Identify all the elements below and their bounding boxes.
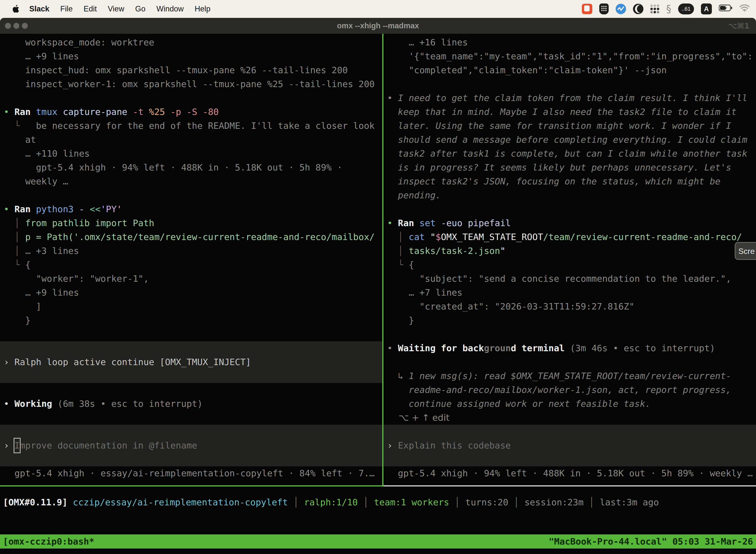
waiting-status-line: • Waiting for background terminal (3m 46… <box>383 341 756 355</box>
terminal-line: inspect_worker-1: omx sparkshell --tmux-… <box>0 77 382 91</box>
ralph-status-band: › Ralph loop active continue [OMX_TMUX_I… <box>0 341 382 383</box>
omx-session-time: session:23m <box>524 497 583 507</box>
ran-set-command-line: • Ran set -euo pipefail <box>383 216 756 230</box>
terminal-line: '{"team_name":"my-team","task_id":"1","f… <box>383 49 756 63</box>
menu-item-view[interactable]: View <box>108 4 124 13</box>
prompt-placeholder: Explain this codebase <box>398 440 511 450</box>
command-output-line: at <box>0 133 382 147</box>
right-prompt-band[interactable]: › Explain this codebase <box>383 425 756 466</box>
tree-corner-glyph: └ <box>4 121 36 131</box>
command-output-line: … +110 lines <box>0 147 382 161</box>
tmux-host-clock: "MacBook-Pro-44.local" 05:03 31-Mar-26 <box>549 535 753 549</box>
thinking-line: later. Using the same for transition mig… <box>383 119 756 133</box>
menu-item-window[interactable]: Window <box>156 4 184 13</box>
left-model-status-line: gpt-5.4 xhigh · essay/ai-reimplementatio… <box>0 466 382 480</box>
working-status-line: • Working (6m 38s • esc to interrupt) <box>0 397 382 411</box>
tmux-status-bar: [omx-cczip0:bash* "MacBook-Pro-44.local"… <box>0 535 756 549</box>
python-code-line: │ … +3 lines <box>0 244 382 258</box>
terminal[interactable]: workspace_mode: worktree … +9 lines insp… <box>0 34 756 554</box>
pane-divider[interactable] <box>382 34 383 485</box>
sync-bolt-icon[interactable] <box>616 4 626 14</box>
shield-grid-icon[interactable] <box>599 3 609 14</box>
command-output-line: "subject": "send a concise recommendatio… <box>383 272 756 286</box>
tree-corner-glyph: └ <box>387 260 409 270</box>
terminal-line: … +9 lines <box>0 49 382 63</box>
command-output-line: └ { <box>383 258 756 272</box>
command-output-line: "worker": "worker-1", <box>0 272 382 286</box>
bullet-icon: • <box>4 204 14 214</box>
bullet-icon: • <box>4 107 14 117</box>
moon-icon[interactable] <box>633 4 643 14</box>
ran-tmux-command-line: • Ran tmux capture-pane -t %25 -p -S -80 <box>0 105 382 119</box>
command-output-line: └ { <box>0 258 382 272</box>
left-prompt-band[interactable]: › Improve documentation in @filename <box>0 425 382 466</box>
menu-item-go[interactable]: Go <box>135 4 145 13</box>
mailbox-message-line: continue assigned work or next feasible … <box>383 397 756 411</box>
command-output-line: ] <box>0 299 382 314</box>
apple-icon[interactable] <box>12 4 19 13</box>
active-pane-border <box>0 485 383 487</box>
window-title-bar[interactable]: omx --xhigh --madmax ⌥⌘1 <box>0 18 756 34</box>
mailbox-message-line: ↳ 1 new msg(s): read $OMX_TEAM_STATE_ROO… <box>383 369 756 383</box>
terminal-line: … +16 lines <box>383 36 756 49</box>
omx-repo: cczip/essay/ai-reimplementation-copyleft <box>67 497 288 507</box>
command-output-line: … +7 lines <box>383 286 756 299</box>
menu-item-help[interactable]: Help <box>195 4 210 13</box>
command-output-line: gpt-5.4 xhigh · 94% left · 488K in · 5.1… <box>0 161 382 174</box>
bullet-icon: • <box>387 218 398 228</box>
menu-item-file[interactable]: File <box>60 4 73 13</box>
wifi-icon[interactable] <box>740 4 750 14</box>
tree-guide-glyph: │ <box>387 246 409 256</box>
command-output-line: └ be necessary for the end of the README… <box>0 119 382 133</box>
tree-guide-glyph: │ <box>4 218 25 228</box>
text-cursor: I <box>14 438 20 453</box>
menu-bar: Slack File Edit View Go Window Help § ..… <box>0 0 756 18</box>
prompt-placeholder: mprove documentation in @filename <box>20 440 197 450</box>
chevron-icon: › <box>4 357 14 367</box>
python-code-line: │ p = Path('.omx/state/team/review-curre… <box>0 230 382 244</box>
mailbox-message-line: readme-and-reco/mailbox/worker-1.json, a… <box>383 383 756 397</box>
edit-shortcut-hint: ⌥ + ↑ edit <box>383 411 756 425</box>
menu-item-edit[interactable]: Edit <box>83 4 97 13</box>
right-model-status-line: gpt-5.4 xhigh · 94% left · 488K in · 5.1… <box>383 466 756 480</box>
command-output-line: weekly … <box>0 174 382 188</box>
omx-last-activity: last:3m ago <box>600 497 659 507</box>
thinking-line: inspect task2's JSON, focusing on the st… <box>383 174 756 188</box>
dots-grid-icon[interactable] <box>650 4 659 13</box>
window-shortcut-hint: ⌥⌘1 <box>728 18 750 34</box>
bullet-icon: • <box>387 93 398 103</box>
screen-share-overlay[interactable]: Scre <box>735 242 756 260</box>
omx-ralph-counter: ralph:1/10 <box>304 497 358 507</box>
cat-command-line: │ cat "$OMX_TEAM_STATE_ROOT/team/review-… <box>383 230 756 244</box>
count-badge-icon[interactable]: ..61 <box>678 3 694 14</box>
squiggle-icon[interactable]: § <box>666 3 671 15</box>
thinking-line: keep that in mind. Maybe I also need the… <box>383 105 756 119</box>
left-prompt-input[interactable]: › Improve documentation in @filename <box>0 439 382 452</box>
battery-icon[interactable] <box>719 4 733 14</box>
right-terminal-pane[interactable]: … +16 lines '{"team_name":"my-team","tas… <box>383 34 756 485</box>
bullet-icon: • <box>4 399 14 409</box>
chat-app-icon[interactable] <box>582 4 592 14</box>
omx-version: [OMX#0.11.9] <box>3 497 67 507</box>
thinking-line: task2 after task1 is complete, but can I… <box>383 147 756 161</box>
window-title: omx --xhigh --madmax <box>0 18 756 34</box>
left-terminal-pane[interactable]: workspace_mode: worktree … +9 lines insp… <box>0 34 382 485</box>
tree-corner-glyph: └ <box>4 260 25 270</box>
prompt-chevron-icon: › <box>4 440 14 450</box>
active-app-menu[interactable]: Slack <box>29 4 49 13</box>
command-output-line: } <box>383 314 756 327</box>
terminal-line: "completed","claim_token":"claim-token"}… <box>383 63 756 77</box>
python-code-line: │ from pathlib import Path <box>0 216 382 230</box>
ran-python-command-line: • Ran python3 - <<'PY' <box>0 202 382 216</box>
input-source-icon[interactable]: A <box>701 3 712 14</box>
tree-guide-glyph: │ <box>4 232 25 242</box>
command-output-line: "created_at": "2026-03-31T11:59:27.816Z" <box>383 299 756 314</box>
tree-guide-glyph: │ <box>4 246 25 256</box>
command-output-line: … +9 lines <box>0 286 382 299</box>
ralph-loop-status: › Ralph loop active continue [OMX_TMUX_I… <box>0 355 382 369</box>
command-output-line: } <box>0 314 382 327</box>
right-prompt-input[interactable]: › Explain this codebase <box>383 439 756 452</box>
tmux-session-window[interactable]: [omx-cczip0:bash* <box>3 535 94 549</box>
terminal-line: inspect_hud: omx sparkshell --tmux-pane … <box>0 63 382 77</box>
menu-status-icons: § ..61 A <box>582 3 750 15</box>
